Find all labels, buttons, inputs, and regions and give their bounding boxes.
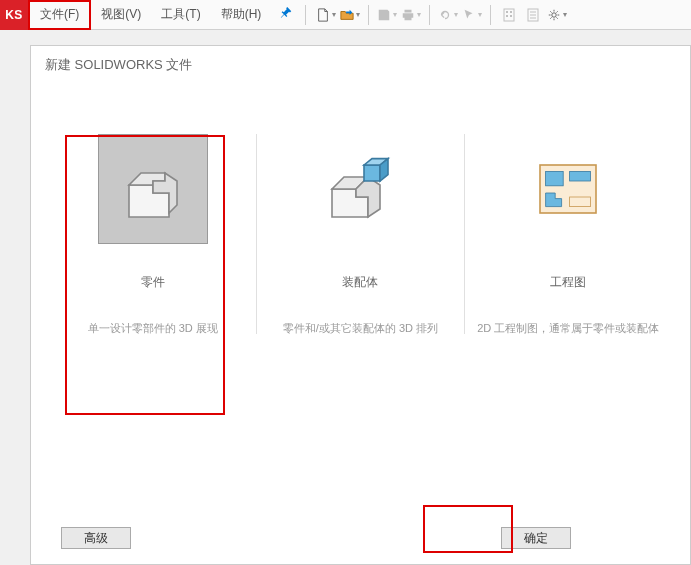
svg-rect-0 xyxy=(504,9,514,21)
assembly-icon xyxy=(305,134,415,244)
menu-file[interactable]: 文件(F) xyxy=(28,0,91,30)
option-desc: 单一设计零部件的 3D 展现 xyxy=(88,321,218,336)
print-icon[interactable]: ▾ xyxy=(401,5,421,25)
select-icon[interactable]: ▾ xyxy=(462,5,482,25)
dialog-title: 新建 SOLIDWORKS 文件 xyxy=(31,46,690,84)
menu-view[interactable]: 视图(V) xyxy=(91,1,151,29)
app-logo: KS xyxy=(0,0,28,30)
save-icon[interactable]: ▾ xyxy=(377,5,397,25)
toolbar: ▾ ▾ ▾ ▾ ▾ ▾ ▾ xyxy=(310,5,567,25)
option-part[interactable]: 零件 单一设计零部件的 3D 展现 xyxy=(53,134,253,336)
drawing-icon xyxy=(513,134,623,244)
option-title: 装配体 xyxy=(342,274,378,291)
undo-icon[interactable]: ▾ xyxy=(438,5,458,25)
svg-rect-4 xyxy=(510,15,512,17)
pin-icon[interactable] xyxy=(271,6,301,23)
svg-rect-12 xyxy=(570,171,591,181)
option-desc: 零件和/或其它装配体的 3D 排列 xyxy=(283,321,438,336)
menu-bar: 文件(F) 视图(V) 工具(T) 帮助(H) xyxy=(28,0,301,29)
toolbar-divider xyxy=(429,5,430,25)
option-drawing[interactable]: 工程图 2D 工程制图，通常属于零件或装配体 xyxy=(468,134,668,336)
option-title: 零件 xyxy=(141,274,165,291)
svg-rect-2 xyxy=(510,11,512,13)
option-divider xyxy=(464,134,465,334)
settings-icon[interactable]: ▾ xyxy=(547,5,567,25)
part-icon xyxy=(98,134,208,244)
toolbar-divider xyxy=(490,5,491,25)
svg-rect-11 xyxy=(546,171,564,185)
rebuild-icon[interactable] xyxy=(499,5,519,25)
option-divider xyxy=(256,134,257,334)
new-icon[interactable]: ▾ xyxy=(316,5,336,25)
toolbar-divider xyxy=(305,5,306,25)
advanced-button[interactable]: 高级 xyxy=(61,527,131,549)
menu-help[interactable]: 帮助(H) xyxy=(211,1,272,29)
svg-point-9 xyxy=(552,12,556,16)
svg-rect-1 xyxy=(506,11,508,13)
file-props-icon[interactable] xyxy=(523,5,543,25)
ok-button[interactable]: 确定 xyxy=(501,527,571,549)
new-document-dialog: 新建 SOLIDWORKS 文件 零件 单一设计零部件的 3D 展现 xyxy=(30,45,691,565)
open-icon[interactable]: ▾ xyxy=(340,5,360,25)
toolbar-divider xyxy=(368,5,369,25)
menu-tools[interactable]: 工具(T) xyxy=(151,1,210,29)
svg-rect-3 xyxy=(506,15,508,17)
option-desc: 2D 工程制图，通常属于零件或装配体 xyxy=(477,321,659,336)
option-title: 工程图 xyxy=(550,274,586,291)
option-assembly[interactable]: 装配体 零件和/或其它装配体的 3D 排列 xyxy=(260,134,460,336)
